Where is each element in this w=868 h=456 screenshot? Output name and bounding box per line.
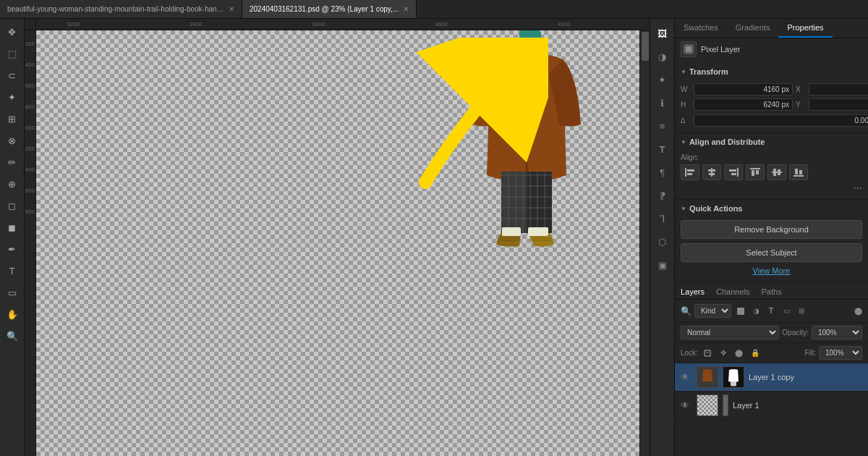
zoom-tool[interactable]: 🔍	[2, 326, 22, 346]
text-icon[interactable]: T	[652, 139, 673, 159]
y-input[interactable]	[809, 98, 868, 111]
tab-properties[interactable]: Properties	[778, 19, 832, 38]
panel-tabs: Swatches Gradients Properties	[675, 19, 868, 38]
h-input[interactable]	[694, 98, 793, 111]
character-icon[interactable]: Ꞁ	[652, 208, 673, 229]
svg-rect-8	[687, 169, 694, 172]
3d-icon[interactable]: ⬡	[652, 232, 673, 252]
clone-tool[interactable]: ⊕	[2, 174, 22, 194]
layer-type-adj[interactable]: ◑	[749, 305, 762, 318]
layer-item-layer1copy[interactable]: 👁	[675, 363, 868, 392]
tab-paths[interactable]: Paths	[762, 287, 782, 296]
layer-type-text[interactable]: T	[765, 305, 778, 318]
align-right-btn[interactable]	[724, 164, 743, 180]
paragraph-icon[interactable]: ¶	[652, 162, 673, 182]
svg-rect-20	[773, 169, 776, 176]
layers-search-icon[interactable]: 🔍	[681, 306, 692, 316]
layer1-eye-icon[interactable]: 👁	[681, 400, 692, 410]
gradient-tool[interactable]: ◼	[2, 217, 22, 237]
fx-icon[interactable]: ✦	[652, 69, 673, 90]
info-icon[interactable]: ℹ	[652, 93, 673, 113]
fill-select[interactable]: 100%	[819, 346, 862, 360]
ruler-left-mark-3: 1600	[25, 83, 35, 89]
transform-section: ▼ Transform W X H Y	[675, 63, 868, 133]
svg-rect-13	[737, 168, 739, 177]
tab-2-close[interactable]: ✕	[403, 5, 409, 13]
lock-position-icon[interactable]: ⬤	[733, 347, 746, 360]
layer-type-shape[interactable]: ▭	[780, 305, 793, 318]
image-icon[interactable]: 🖼	[652, 23, 673, 43]
move-tool[interactable]: ✥	[2, 22, 22, 42]
magic-wand-tool[interactable]: ✦	[2, 87, 22, 107]
layer1-mask-thumb	[723, 394, 728, 416]
view-more-link[interactable]: View More	[681, 266, 862, 275]
lock-image-icon[interactable]: ✥	[717, 347, 730, 360]
tab-1-label: beautiful-young-woman-standing-mountain-…	[7, 5, 224, 13]
layer-filter-dot[interactable]: ⬤	[854, 307, 862, 315]
left-toolbar: ✥ ⬚ ⊂ ✦ ⊞ ⊗ ✏ ⊕ ◻ ◼ ✒ T ▭ ✋ 🔍	[0, 19, 25, 456]
tab-gradients[interactable]: Gradients	[727, 19, 779, 38]
tab-1-close[interactable]: ✕	[229, 5, 234, 13]
lasso-tool[interactable]: ⊂	[2, 65, 22, 85]
eraser-tool[interactable]: ◻	[2, 195, 22, 216]
tab-layers[interactable]: Layers	[681, 287, 705, 296]
align-top-btn[interactable]	[746, 164, 765, 180]
select-subject-button[interactable]: Select Subject	[681, 243, 862, 262]
angle-input[interactable]	[694, 114, 868, 127]
text-tool[interactable]: T	[2, 261, 22, 281]
heal-tool[interactable]: ⊗	[2, 130, 22, 151]
select-tool[interactable]: ⬚	[2, 43, 22, 64]
transform-chevron: ▼	[681, 69, 686, 75]
tab-bar: beautiful-young-woman-standing-mountain-…	[0, 0, 868, 19]
tab-channels[interactable]: Channels	[716, 287, 749, 296]
tab-swatches[interactable]: Swatches	[675, 19, 727, 38]
align-vcenter-btn[interactable]	[767, 164, 786, 180]
svg-rect-25	[737, 308, 744, 315]
pen-tool[interactable]: ✒	[2, 239, 22, 259]
hand-tool[interactable]: ✋	[2, 304, 22, 324]
tab-2[interactable]: 20240403162131.psd @ 23% (Layer 1 copy,.…	[242, 0, 417, 18]
canvas-viewport[interactable]: Watermarking	[36, 30, 650, 456]
layer-item-layer1[interactable]: 👁 Layer 1	[675, 392, 868, 420]
align-left-btn[interactable]	[681, 164, 699, 180]
align-header[interactable]: ▼ Align and Distribute	[675, 133, 868, 151]
tab-1[interactable]: beautiful-young-woman-standing-mountain-…	[0, 0, 242, 18]
w-input[interactable]	[694, 83, 793, 96]
align-hcenter-btn[interactable]	[702, 164, 721, 180]
align-sublabel: Align:	[681, 153, 862, 161]
shape-tool[interactable]: ▭	[2, 282, 22, 303]
lock-all-icon[interactable]: 🔒	[749, 347, 762, 360]
angle-field: ∆	[681, 114, 868, 127]
svg-rect-6	[686, 46, 692, 52]
canvas-icon[interactable]: ▣	[652, 255, 673, 275]
align-content: Align:	[675, 151, 868, 199]
x-input[interactable]	[809, 83, 868, 96]
svg-rect-10	[711, 168, 712, 177]
opacity-select[interactable]: 100%	[812, 326, 862, 339]
svg-rect-12	[709, 173, 715, 175]
scrollbar-thumb[interactable]	[642, 32, 649, 61]
adjustment-icon[interactable]: ◑	[652, 46, 673, 67]
transform-header[interactable]: ▼ Transform	[675, 63, 868, 80]
layer1copy-eye-icon[interactable]: 👁	[681, 372, 692, 382]
vertical-scrollbar[interactable]	[639, 30, 650, 456]
quick-actions-chevron: ▼	[681, 206, 686, 212]
layer-type-smart[interactable]: ⊞	[795, 305, 808, 318]
width-field: W	[681, 83, 793, 96]
svg-rect-7	[685, 168, 686, 177]
layer-type-pixel[interactable]	[734, 305, 747, 318]
crop-tool[interactable]: ⊞	[2, 109, 22, 129]
ruler-left-mark-6: 2200	[25, 145, 35, 152]
align-bottom-btn[interactable]	[789, 164, 808, 180]
remove-background-button[interactable]: Remove Background	[681, 220, 862, 239]
align-more-btn[interactable]: ⋯	[854, 183, 862, 193]
align2-icon[interactable]: ≡	[652, 116, 673, 136]
kind-select[interactable]: Kind	[694, 304, 731, 318]
paragraph2-icon[interactable]: ⁋	[652, 185, 673, 206]
ruler-left-mark-8: 2600	[25, 187, 35, 194]
angle-label: ∆	[681, 117, 691, 124]
quick-actions-header[interactable]: ▼ Quick Actions	[675, 200, 868, 217]
blend-mode-select[interactable]: Normal	[681, 326, 779, 339]
brush-tool[interactable]: ✏	[2, 152, 22, 172]
lock-transparent-icon[interactable]	[701, 347, 714, 360]
